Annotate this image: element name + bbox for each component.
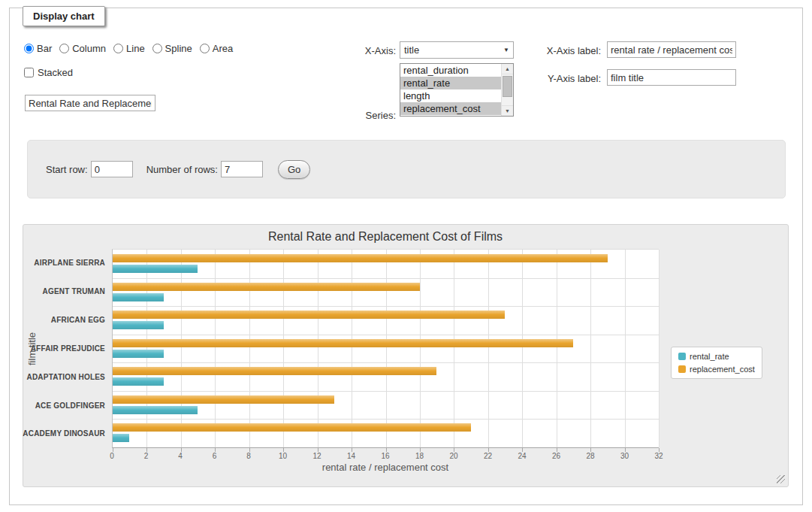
legend-label: replacement_cost [690,365,755,374]
gridline-horizontal [113,391,659,392]
bar-rental_rate [113,265,198,273]
gridline-vertical [181,250,182,447]
scrollbar-down-arrow-icon[interactable]: ▼ [502,105,513,116]
x-tick-label: 14 [347,452,355,460]
chart-type-radio-column[interactable] [59,44,69,53]
listbox-scrollbar[interactable]: ▲ ▼ [501,64,513,116]
x-axis-selected-value: title [404,44,419,56]
series-option-replacement_cost[interactable]: replacement_cost [400,102,501,115]
gridline-vertical [386,250,387,447]
gridline-vertical [249,250,250,447]
gridline-vertical [659,250,660,447]
bar-replacement_cost [113,367,436,375]
bar-replacement_cost [113,311,505,319]
x-tick-label: 18 [415,452,424,460]
chart-legend: rental_ratereplacement_cost [671,347,762,379]
bar-replacement_cost [113,254,608,262]
gridline-vertical [352,250,352,447]
gridline-vertical [420,250,421,447]
x-axis-label: X-Axis: [331,45,396,56]
gridline-vertical [215,250,216,447]
start-row-input[interactable] [91,161,133,177]
x-tick-label: 12 [312,452,321,460]
series-option-length[interactable]: length [400,89,501,102]
go-button[interactable]: Go [278,160,310,179]
gridline-horizontal [113,362,659,363]
y-axis-label-field-label: Y-Axis label: [526,73,601,84]
chart-type-radio-label: Column [72,43,106,54]
y-axis-title: film title [26,249,38,448]
chart-type-radio-label: Spline [165,43,192,54]
x-tick-label: 10 [279,452,287,460]
plot-area [112,249,659,448]
scrollbar-thumb[interactable] [503,76,512,97]
chart-type-option-spline[interactable]: Spline [152,43,192,54]
chart-type-option-line[interactable]: Line [113,43,145,54]
gridline-vertical [283,250,284,447]
stacked-option[interactable]: Stacked [24,67,73,78]
row-controls-panel: Start row: Number of rows: Go [27,140,786,198]
resize-handle-icon[interactable] [777,475,785,483]
chart-type-radio-label: Line [126,43,145,54]
gridline-vertical [146,250,147,447]
series-listbox[interactable]: rental_durationrental_ratelengthreplacem… [400,63,514,117]
chart-type-radio-area[interactable] [200,44,210,53]
series-listbox-options: rental_durationrental_ratelengthreplacem… [400,64,501,116]
x-axis-title: rental rate / replacement cost [112,462,659,473]
y-axis-label-input[interactable] [607,69,736,86]
chart-type-radio-spline[interactable] [152,44,162,53]
x-axis-select[interactable]: title ▼ [400,41,514,59]
series-option-rental_rate[interactable]: rental_rate [400,77,501,89]
scrollbar-track[interactable] [502,74,513,105]
bar-rental_rate [113,377,164,386]
x-tick-label: 8 [246,452,251,460]
chart-type-radio-label: Area [213,43,233,54]
series-label: Series: [331,110,396,121]
gridline-vertical [522,250,523,447]
fieldset-legend: Display chart [23,6,105,26]
bar-replacement_cost [113,339,573,347]
stacked-label: Stacked [38,67,73,78]
legend-item-replacement_cost[interactable]: replacement_cost [678,365,755,374]
gridline-vertical [488,250,489,447]
x-tick-label: 24 [518,452,526,460]
chart-title-input[interactable] [25,95,155,111]
chart-type-radio-group: BarColumnLineSplineArea [24,43,233,54]
bar-replacement_cost [113,395,334,404]
x-tick-labels: 02468101214161820222426283032 [112,452,659,462]
chart-title: Rental Rate and Replacement Cost of Film… [112,230,659,244]
x-tick-label: 4 [178,452,183,460]
gridline-horizontal [113,419,659,420]
chart-type-option-column[interactable]: Column [59,43,106,54]
bar-replacement_cost [113,283,420,291]
chart-type-option-bar[interactable]: Bar [24,43,52,54]
bar-rental_rate [113,293,164,301]
chart-panel: Rental Rate and Replacement Cost of Film… [23,224,789,487]
chart-type-radio-bar[interactable] [24,44,34,53]
legend-label: rental_rate [690,352,729,361]
gridline-horizontal [113,278,659,279]
gridline-vertical [454,250,454,447]
gridline-horizontal [113,306,659,307]
x-tick-label: 30 [620,452,629,460]
x-tick-label: 28 [586,452,594,460]
scrollbar-up-arrow-icon[interactable]: ▲ [502,64,513,74]
gridline-vertical [590,250,591,447]
x-axis-label-input[interactable] [607,41,736,58]
legend-swatch [678,365,686,373]
bar-replacement_cost [113,423,471,432]
num-rows-input[interactable] [221,161,263,177]
bar-rental_rate [113,406,198,414]
bar-rental_rate [113,434,129,442]
bar-rental_rate [113,321,164,329]
chart-type-option-area[interactable]: Area [200,43,233,54]
x-tick-label: 20 [449,452,457,460]
chart-type-radio-label: Bar [37,43,52,54]
stacked-checkbox[interactable] [24,68,34,77]
x-tick-label: 22 [484,452,492,460]
series-option-rental_duration[interactable]: rental_duration [400,64,501,77]
start-row-label: Start row: [46,164,88,175]
legend-item-rental_rate[interactable]: rental_rate [678,352,755,361]
chart-type-radio-line[interactable] [113,44,123,53]
legend-swatch [678,353,686,360]
